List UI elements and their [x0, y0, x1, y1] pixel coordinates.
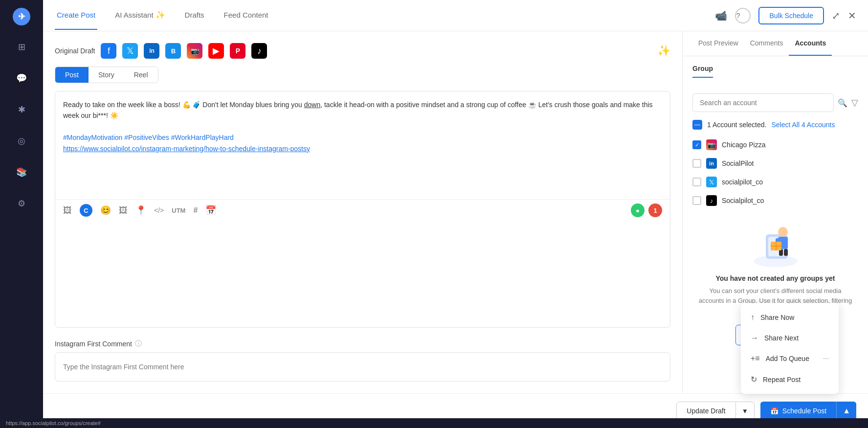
url-text: https://app.socialpilot.co/groups/create… [6, 420, 101, 426]
groups-illustration [746, 220, 805, 269]
nav-right: 📹 ? Bulk Schedule ⤢ ✕ [715, 7, 856, 24]
platform-buffer[interactable]: B [165, 43, 181, 59]
tab-comments[interactable]: Comments [744, 31, 789, 56]
tab-create-post[interactable]: Create Post [55, 1, 97, 30]
tab-accounts[interactable]: Accounts [789, 31, 832, 56]
dropdown-add-to-queue[interactable]: +≡ Add To Queue ⋯ [741, 348, 839, 369]
tab-ai-assistant[interactable]: AI Assistant ✨ [113, 0, 167, 30]
help-icon[interactable]: ? [735, 8, 751, 23]
location-icon[interactable]: 📍 [135, 205, 146, 216]
account-platform-icon-tk: ♪ [706, 195, 717, 206]
post-hashtags: #MondayMotivation #PositiveVibes #WorkHa… [63, 134, 234, 141]
url-bar: https://app.socialpilot.co/groups/create… [0, 418, 868, 428]
share-next-icon: → [751, 334, 758, 342]
share-now-icon: ↑ [751, 313, 755, 322]
post-type-story[interactable]: Story [89, 67, 124, 83]
tab-drafts[interactable]: Drafts [183, 1, 206, 30]
group-tab[interactable]: Group [692, 64, 713, 78]
post-type-post[interactable]: Post [55, 67, 89, 83]
platform-pinterest[interactable]: P [230, 43, 245, 59]
tab-feed-content[interactable]: Feed Content [222, 1, 270, 30]
svg-point-3 [778, 227, 788, 237]
hashtag-icon[interactable]: # [193, 206, 198, 215]
dropdown-share-next[interactable]: → Share Next [741, 328, 839, 348]
media-icon[interactable]: 🖼 [63, 205, 72, 216]
calendar-icon[interactable]: 📅 [205, 205, 216, 216]
platform-row: Original Draft f 𝕏 in B 📷 ▶ P ♪ ✨ [55, 43, 670, 59]
schedule-dropdown-menu: ↑ Share Now → Share Next +≡ Add To Queue… [741, 303, 839, 394]
sidebar-icon-schedule[interactable]: ◎ [12, 131, 31, 151]
platform-facebook[interactable]: f [101, 43, 116, 59]
account-search-input[interactable] [692, 93, 834, 112]
info-icon: ⓘ [135, 339, 142, 348]
filter-button[interactable]: ▽ [851, 97, 858, 108]
sidebar-icon-integrations[interactable]: ✱ [12, 100, 31, 119]
update-draft-button[interactable]: Update Draft [677, 402, 735, 420]
account-platform-icon-ig: 📷 [706, 139, 717, 150]
top-nav: Create Post AI Assistant ✨ Drafts Feed C… [43, 0, 868, 31]
main-container: Create Post AI Assistant ✨ Drafts Feed C… [43, 0, 868, 428]
customize-icon[interactable]: C [80, 204, 92, 217]
update-draft-button-group: Update Draft ▼ [676, 402, 755, 420]
close-icon[interactable]: ✕ [848, 10, 856, 22]
account-item-chicago-pizza: ✓ 📷 Chicago Pizza [692, 135, 858, 154]
platform-tiktok[interactable]: ♪ [251, 43, 267, 59]
first-comment-input[interactable] [55, 352, 670, 382]
sidebar-icon-library[interactable]: 📚 [12, 162, 31, 182]
selected-count-text: 1 Account selected. [707, 121, 766, 129]
platform-youtube[interactable]: ▶ [208, 43, 224, 59]
dropdown-repeat-post[interactable]: ↻ Repeat Post [741, 369, 839, 390]
group-tab-label: Group [692, 65, 713, 72]
sidebar-icon-grid[interactable]: ⊞ [12, 37, 31, 57]
account-item-socialpilot-co2: ♪ Socialpilot_co [692, 191, 858, 210]
account-checkbox-chicago-pizza[interactable]: ✓ [692, 140, 701, 149]
repeat-post-label: Repeat Post [763, 376, 801, 383]
post-link[interactable]: https://www.socialpilot.co/instagram-mar… [63, 145, 310, 153]
svg-rect-6 [783, 238, 788, 247]
account-checkbox-socialpilot-co[interactable] [692, 178, 701, 186]
account-checkbox-socialpilot-co2[interactable] [692, 196, 701, 205]
expand-icon[interactable]: ⤢ [832, 10, 840, 22]
first-comment-label: Instagram First Comment ⓘ [55, 339, 670, 348]
gallery-icon[interactable]: 🖼 [119, 205, 128, 216]
sparkle-icon[interactable]: ✨ [657, 45, 670, 57]
first-comment-section: Instagram First Comment ⓘ [55, 339, 670, 382]
account-name-socialpilot-co2: Socialpilot_co [722, 197, 764, 204]
utm-button[interactable]: UTM [172, 207, 185, 214]
schedule-post-button-group: 📅 Schedule Post ▲ [760, 402, 856, 420]
editor-panel: Original Draft f 𝕏 in B 📷 ▶ P ♪ ✨ Post S… [43, 31, 682, 393]
app-logo[interactable]: ✈ [13, 8, 30, 25]
add-to-queue-label: Add To Queue [766, 355, 809, 362]
post-text: Ready to take on the week like a boss! 💪… [63, 101, 653, 119]
schedule-post-dropdown-button[interactable]: ▲ [836, 402, 856, 420]
bulk-schedule-button[interactable]: Bulk Schedule [758, 7, 824, 24]
update-draft-dropdown-button[interactable]: ▼ [735, 403, 754, 420]
video-icon[interactable]: 📹 [715, 10, 727, 22]
post-content-area[interactable]: Ready to take on the week like a boss! 💪… [55, 91, 670, 199]
post-type-reel[interactable]: Reel [124, 67, 158, 83]
share-next-label: Share Next [764, 334, 799, 342]
right-panel-tabs: Post Preview Comments Accounts [683, 31, 868, 56]
schedule-post-label: Schedule Post [782, 407, 826, 415]
select-all-icon: — [692, 120, 702, 130]
platform-linkedin[interactable]: in [144, 43, 159, 59]
schedule-calendar-icon: 📅 [770, 407, 779, 415]
schedule-post-button[interactable]: 📅 Schedule Post [760, 402, 836, 420]
tab-post-preview[interactable]: Post Preview [692, 31, 744, 56]
account-checkbox-socialpilot[interactable] [692, 159, 701, 168]
add-to-queue-sub-icon: ⋯ [823, 355, 829, 362]
dropdown-share-now[interactable]: ↑ Share Now [741, 307, 839, 328]
sidebar-icon-settings[interactable]: ⚙ [12, 194, 31, 213]
tab-ai-label: AI Assistant [115, 11, 153, 19]
sidebar-icon-comments[interactable]: 💬 [12, 68, 31, 88]
repeat-post-icon: ↻ [751, 375, 757, 384]
original-draft-label: Original Draft [55, 47, 95, 55]
account-item-socialpilot-co: 𝕏 socialpilot_co [692, 173, 858, 191]
select-all-link[interactable]: Select All 4 Accounts [771, 121, 835, 129]
emoji-icon[interactable]: 😊 [100, 205, 111, 216]
platform-twitter[interactable]: 𝕏 [122, 43, 138, 59]
code-icon[interactable]: </> [154, 206, 164, 214]
account-item-socialpilot: in SocialPilot [692, 154, 858, 173]
platform-instagram[interactable]: 📷 [187, 43, 202, 59]
svg-rect-8 [784, 249, 788, 256]
